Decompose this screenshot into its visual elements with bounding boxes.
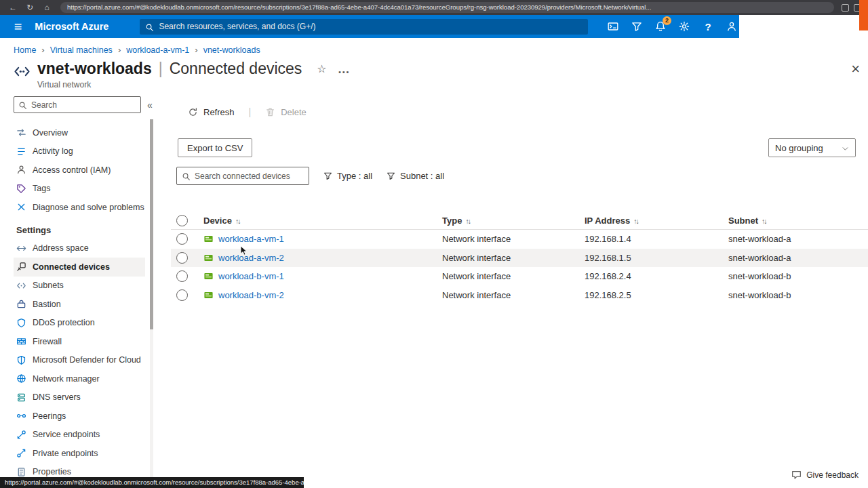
hamburger-menu-icon[interactable]: ≡: [11, 15, 25, 38]
device-search-input[interactable]: [195, 171, 304, 181]
browser-url-bar[interactable]: https://portal.azure.com/#@kodekloudlab.…: [60, 2, 834, 13]
row-radio[interactable]: [176, 289, 188, 301]
sidebar-item-label: Service endpoints: [33, 430, 100, 439]
sidebar-item-connected-devices[interactable]: Connected devices: [14, 258, 145, 277]
give-feedback-button[interactable]: Give feedback: [791, 470, 859, 480]
browser-refresh-icon[interactable]: ↻: [24, 0, 36, 15]
breadcrumb-home[interactable]: Home: [14, 45, 36, 55]
azure-top-bar: ≡ Microsoft Azure 2 ?: [0, 15, 739, 38]
device-link[interactable]: workload-a-vm-2: [218, 253, 284, 263]
export-csv-button[interactable]: Export to CSV: [178, 138, 252, 157]
sort-icon: ↑↓: [235, 217, 240, 225]
funnel-icon: [323, 171, 332, 180]
breadcrumb: Home › Virtual machines › workload-a-vm-…: [14, 45, 260, 55]
ddos-icon: [16, 318, 26, 328]
connected-devices-icon: [16, 262, 26, 272]
sidebar-item-microsoft-defender-for-cloud[interactable]: Microsoft Defender for Cloud: [14, 351, 145, 370]
column-header-device[interactable]: Device ↑↓: [203, 216, 442, 226]
sidebar-item-label: DNS servers: [33, 392, 81, 402]
type-filter-pill[interactable]: Type : all: [323, 171, 372, 181]
breadcrumb-separator: ›: [41, 45, 44, 55]
subnet-filter-pill[interactable]: Subnet : all: [387, 171, 444, 181]
sidebar-collapse-icon[interactable]: «: [145, 100, 155, 110]
sidebar-item-service-endpoints[interactable]: Service endpoints: [14, 426, 145, 445]
column-header-type[interactable]: Type ↑↓: [442, 216, 585, 226]
screen-edge-marker: [859, 0, 868, 30]
page-subtitle: Virtual network: [37, 80, 860, 89]
refresh-button[interactable]: Refresh: [188, 107, 235, 117]
sidebar-item-dns-servers[interactable]: DNS servers: [14, 388, 145, 407]
service-endpoints-icon: [16, 430, 26, 440]
device-link[interactable]: workload-b-vm-2: [218, 290, 284, 300]
notification-badge: 2: [663, 16, 671, 25]
sidebar-item-firewall[interactable]: Firewall: [14, 332, 145, 351]
row-radio[interactable]: [176, 233, 188, 245]
sidebar-item-bastion[interactable]: Bastion: [14, 295, 145, 314]
favorite-star-icon[interactable]: ☆: [317, 62, 326, 75]
give-feedback-label: Give feedback: [806, 470, 859, 480]
cloud-shell-button[interactable]: [606, 19, 620, 34]
network-interface-icon: [203, 290, 214, 300]
notifications-button[interactable]: 2: [653, 19, 668, 34]
device-link[interactable]: workload-b-vm-1: [218, 271, 284, 281]
select-all-radio[interactable]: [176, 215, 188, 226]
sidebar-item-diagnose-and-solve-problems[interactable]: Diagnose and solve problems: [14, 198, 145, 217]
firewall-icon: [16, 336, 26, 346]
sidebar-item-ddos-protection[interactable]: DDoS protection: [14, 314, 145, 333]
sidebar-item-access-control-iam[interactable]: Access control (IAM): [14, 161, 145, 180]
sidebar-item-activity-log[interactable]: Activity log: [14, 142, 145, 161]
breadcrumb-virtual-machines[interactable]: Virtual machines: [50, 45, 113, 55]
subnet-cell: snet-workload-a: [728, 234, 868, 244]
sidebar-scrollbar[interactable]: [150, 119, 153, 483]
sidebar-item-overview[interactable]: Overview: [14, 123, 145, 142]
device-search-box[interactable]: [176, 167, 309, 185]
sidebar-item-label: Diagnose and solve problems: [33, 203, 144, 212]
azure-portal-screen: ← ↻ ⌂ https://portal.azure.com/#@kodeklo…: [0, 0, 868, 488]
close-blade-icon[interactable]: ×: [851, 62, 860, 76]
row-radio[interactable]: [176, 252, 188, 264]
breadcrumb-workload-a-vm-1[interactable]: workload-a-vm-1: [126, 45, 189, 55]
sidebar-scrollbar-thumb[interactable]: [150, 119, 153, 329]
table-row: workload-b-vm-1 Network interface 192.16…: [171, 267, 868, 286]
breadcrumb-vnet-workloads[interactable]: vnet-workloads: [203, 45, 260, 55]
delete-button[interactable]: Delete: [265, 107, 307, 117]
sidebar-search-box[interactable]: [14, 96, 141, 113]
azure-brand[interactable]: Microsoft Azure: [35, 21, 108, 32]
column-label: Device: [203, 216, 232, 226]
browser-bookmark-icon[interactable]: [842, 4, 849, 12]
column-header-ip-address[interactable]: IP Address ↑↓: [585, 216, 728, 226]
sidebar-item-subnets[interactable]: Subnets: [14, 277, 145, 296]
sidebar-search-input[interactable]: [31, 100, 136, 110]
table-row: workload-a-vm-1 Network interface 192.16…: [171, 230, 868, 249]
sidebar-item-network-manager[interactable]: Network manager: [14, 369, 145, 388]
sidebar-item-private-endpoints[interactable]: Private endpoints: [14, 444, 145, 463]
ip-cell: 192.168.2.5: [585, 290, 728, 300]
help-button[interactable]: ?: [701, 19, 715, 34]
refresh-icon: [188, 107, 198, 117]
column-header-subnet[interactable]: Subnet ↑↓: [728, 216, 868, 226]
virtual-network-icon: [14, 63, 31, 80]
browser-back-icon[interactable]: ←: [7, 0, 19, 15]
page-title: vnet-workloads: [37, 60, 152, 78]
column-label: Type: [442, 216, 462, 226]
more-options-icon[interactable]: …: [338, 66, 351, 73]
sidebar-menu: Overview Activity log Access control (IA…: [14, 123, 155, 481]
settings-button[interactable]: [677, 19, 692, 34]
row-radio[interactable]: [176, 270, 188, 282]
sort-icon: ↑↓: [762, 217, 766, 225]
device-cell: workload-a-vm-1: [203, 234, 442, 244]
global-search-box[interactable]: [140, 19, 588, 35]
iam-icon: [16, 165, 26, 175]
sidebar-item-tags[interactable]: Tags: [14, 180, 145, 199]
sidebar-item-address-space[interactable]: Address space: [14, 239, 145, 258]
topbar-icons: 2 ?: [606, 19, 739, 34]
global-search-input[interactable]: [159, 22, 583, 31]
overview-icon: [16, 127, 26, 138]
directory-filter-button[interactable]: [629, 19, 644, 34]
filter-icon: [631, 21, 642, 32]
sidebar-item-peerings[interactable]: Peerings: [14, 407, 145, 426]
device-link[interactable]: workload-a-vm-1: [218, 234, 284, 244]
grouping-dropdown[interactable]: No grouping: [768, 138, 856, 157]
account-button[interactable]: [724, 19, 739, 34]
browser-home-icon[interactable]: ⌂: [41, 0, 53, 15]
